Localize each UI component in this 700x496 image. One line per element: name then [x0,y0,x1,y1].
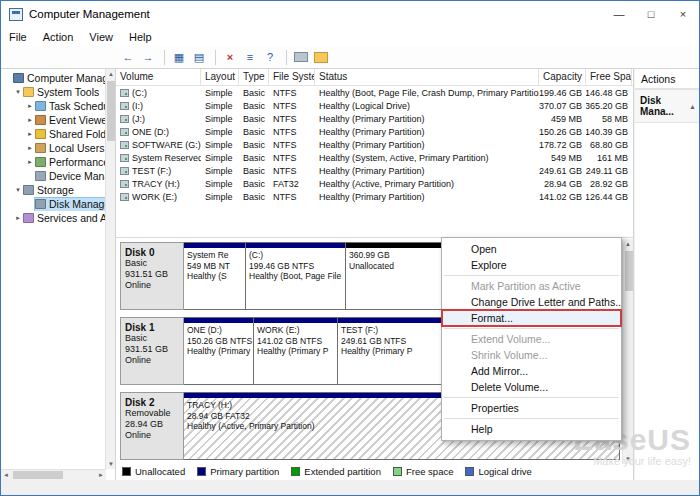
menu-view[interactable]: View [81,27,121,46]
tree-item-computer-management[interactable]: Computer Management (Local) [1,71,115,85]
menu-separator [444,275,619,276]
expander-icon[interactable]: ▸ [25,144,35,152]
menu-item-shrink-volume: Shrink Volume... [442,347,621,363]
export-list-icon[interactable]: ▤ [190,48,208,66]
partition-c[interactable]: (C:) 199.46 GB NTFS Healthy (Boot, Page … [246,242,346,310]
menu-item-properties[interactable]: Properties [442,400,621,416]
actions-title: Actions [635,69,700,90]
tree-item-event-viewer[interactable]: ▸ Event Viewer [1,113,115,127]
disk-management-icon [35,199,46,209]
back-icon[interactable]: ← [119,48,137,66]
tree-vertical-scrollbar[interactable]: ▲ ▼ [105,69,115,469]
tree-item-services-applications[interactable]: ▸ Services and Applications [1,211,115,225]
minimize-button[interactable]: — [603,2,635,27]
menu-action[interactable]: Action [35,27,82,46]
column-type[interactable]: Type [239,69,269,85]
free-space-swatch [393,467,402,476]
menu-item-add-mirror[interactable]: Add Mirror... [442,363,621,379]
menu-item-extend-volume: Extend Volume... [442,331,621,347]
drive-icon [120,193,129,201]
menu-separator [444,397,619,398]
close-button[interactable]: × [667,2,699,27]
volume-row-work-e[interactable]: WORK (E:) Simple Basic NTFS Healthy (Pri… [116,190,633,203]
volume-row-one-d[interactable]: ONE (D:) Simple Basic NTFS Healthy (Prim… [116,125,633,138]
actions-disk-management-group[interactable]: Disk Mana... ▲ [635,90,700,123]
volume-row-c[interactable]: (C:) Simple Basic NTFS Healthy (Boot, Pa… [116,86,633,99]
folder-tool-icon[interactable] [312,48,330,66]
tree-item-local-users[interactable]: ▸ Local Users and Groups [1,141,115,155]
disk-2-label[interactable]: Disk 2 Removable 28.94 GB Online [120,392,184,460]
expander-icon[interactable]: ▸ [25,116,35,124]
volume-row-software-g[interactable]: SOFTWARE (G:) Simple Basic NTFS Healthy … [116,138,633,151]
help-icon[interactable]: ? [261,48,279,66]
volume-row-j[interactable]: (J:) Simple Basic NTFS Healthy (Primary … [116,112,633,125]
console-tree-icon[interactable]: ▦ [170,48,188,66]
tree-item-device-manager[interactable]: Device Manager [1,169,115,183]
toolbar: ← → ▦ ▤ × ≡ ? [1,46,699,69]
tree-item-disk-management[interactable]: Disk Management [1,197,115,211]
titlebar: Computer Management — □ × [1,1,699,27]
expander-icon[interactable]: ▾ [13,186,23,194]
performance-icon [35,157,46,167]
menu-item-explore[interactable]: Explore [442,257,621,273]
folder-icon [23,87,34,97]
disk-0-label[interactable]: Disk 0 Basic 931.51 GB Online [120,242,184,310]
column-volume[interactable]: Volume [116,69,201,85]
properties-icon[interactable]: ≡ [241,48,259,66]
app-icon [9,8,23,21]
menu-help[interactable]: Help [121,27,160,46]
partition-one-d[interactable]: ONE (D:) 150.26 GB NTFS Healthy (Primary… [184,317,254,385]
volume-row-i[interactable]: (I:) Simple Basic NTFS Healthy (Logical … [116,99,633,112]
toolbar-separator [164,50,165,65]
column-capacity[interactable]: Capacity [539,69,586,85]
computer-icon [13,73,24,83]
column-layout[interactable]: Layout [201,69,239,85]
main-vertical-scrollbar[interactable]: ▲ ▼ [622,239,633,464]
column-status[interactable]: Status [315,69,539,85]
drive-icon [120,180,129,188]
menubar: File Action View Help [1,27,699,46]
tree-item-system-tools[interactable]: ▾ System Tools [1,85,115,99]
drive-icon [120,154,129,162]
expander-icon[interactable]: ▾ [13,88,23,96]
toolbar-separator [286,50,287,65]
expander-icon[interactable]: ▸ [25,130,35,138]
services-icon [23,213,34,223]
delete-icon[interactable]: × [221,48,239,66]
expander-icon[interactable]: ▸ [13,214,23,222]
shared-folders-icon [35,129,46,139]
computer-management-window: Computer Management — □ × File Action Vi… [0,0,700,496]
menu-item-change-drive-letter[interactable]: Change Drive Letter and Paths... [442,294,621,310]
menu-item-open[interactable]: Open [442,241,621,257]
tree-item-storage[interactable]: ▾ Storage [1,183,115,197]
menu-item-help[interactable]: Help [442,421,621,437]
column-file-system[interactable]: File System [269,69,315,85]
task-scheduler-icon [35,101,46,111]
extended-partition-swatch [291,467,300,476]
collapse-chevron-icon[interactable]: ▲ [689,103,696,110]
volume-row-test-f[interactable]: TEST (F:) Simple Basic NTFS Healthy (Pri… [116,164,633,177]
volume-row-system-reserved[interactable]: System Reserved Simple Basic NTFS Health… [116,151,633,164]
menu-separator [444,328,619,329]
partition-system-reserved[interactable]: System Re 549 MB NT Healthy (S [184,242,246,310]
drive-icon [120,167,129,175]
menu-item-delete-volume[interactable]: Delete Volume... [442,379,621,395]
column-free-space[interactable]: Free Space [586,69,632,85]
menu-file[interactable]: File [1,27,35,46]
expander-icon[interactable]: ▸ [25,102,35,110]
forward-icon[interactable]: → [139,48,157,66]
expander-icon[interactable]: ▸ [25,158,35,166]
disk-1-label[interactable]: Disk 1 Basic 931.51 GB Online [120,317,184,385]
actions-panel: Actions Disk Mana... ▲ [635,69,700,480]
tree-item-task-scheduler[interactable]: ▸ Task Scheduler [1,99,115,113]
maximize-button[interactable]: □ [635,2,667,27]
tree-horizontal-scrollbar[interactable]: ◄ ► [1,469,106,480]
partition-work-e[interactable]: WORK (E:) 141.02 GB NTFS Healthy (Primar… [254,317,338,385]
disk-tool-icon[interactable] [292,48,310,66]
tree-item-performance[interactable]: ▸ Performance [1,155,115,169]
tree-item-shared-folders[interactable]: ▸ Shared Folders [1,127,115,141]
volume-row-tracy-h[interactable]: TRACY (H:) Simple Basic FAT32 Healthy (A… [116,177,633,190]
partition-context-menu: Open Explore Mark Partition as Active Ch… [441,237,622,441]
event-viewer-icon [35,115,46,125]
menu-item-format[interactable]: Format... [442,310,621,326]
